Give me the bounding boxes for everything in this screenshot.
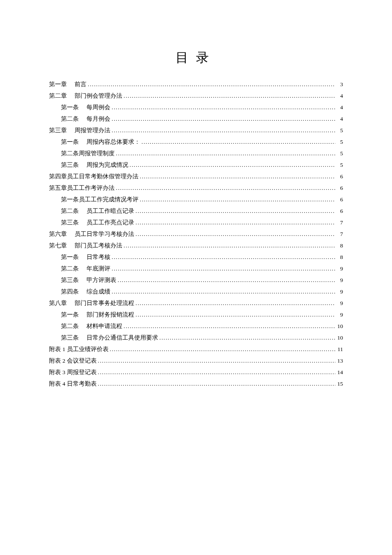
toc-entry: 第一条员工工作完成情况考评6 (49, 194, 343, 205)
toc-page-number: 10 (335, 320, 343, 332)
toc-leader-dots (115, 182, 335, 194)
toc-page-number: 7 (335, 217, 343, 228)
toc-text: 日常考核 (86, 251, 110, 263)
toc-label: 第三条 (61, 159, 79, 171)
toc-text: 每周例会 (86, 102, 110, 113)
toc-label: 第一条 (61, 102, 79, 113)
toc-leader-dots (122, 240, 335, 251)
toc-entry: 第五章员工工作考评办法6 (49, 182, 343, 194)
toc-label: 第一条 (61, 251, 79, 263)
toc-page-number: 4 (335, 90, 343, 102)
toc-label: 第六章 (49, 228, 67, 240)
toc-page-number: 15 (335, 378, 343, 389)
toc-page-number: 6 (335, 182, 343, 194)
toc-page-number: 3 (335, 78, 343, 90)
toc-leader-dots (122, 320, 335, 332)
toc-page-number: 5 (335, 159, 343, 171)
toc-text: 材料申请流程 (86, 320, 122, 332)
toc-text: 年底测评 (86, 263, 110, 274)
toc-label: 第二章 (49, 90, 67, 102)
toc-page-number: 9 (335, 274, 343, 286)
toc-page-number: 8 (335, 240, 343, 251)
toc-entry: 第三条日常办公通信工具使用要求10 (49, 332, 343, 343)
toc-text: 员工工作暗点记录 (86, 205, 134, 217)
toc-entry: 第三章周报管理办法5 (49, 125, 343, 136)
toc-leader-dots (122, 90, 335, 102)
toc-label: 第二条 (61, 263, 79, 274)
toc-entry: 第四章员工日常考勤休假管理办法6 (49, 171, 343, 182)
toc-entry: 第一条部门财务报销流程9 (49, 309, 343, 320)
toc-page-number: 5 (335, 125, 343, 136)
toc-leader-dots (110, 251, 335, 263)
toc-text: 甲方评测表 (86, 274, 116, 286)
toc-leader-dots (138, 171, 335, 182)
toc-leader-dots (134, 297, 335, 309)
toc-label: 第二条 (61, 113, 79, 125)
toc-leader-dots (110, 102, 335, 113)
toc-entry: 第三条甲方评测表9 (49, 274, 343, 286)
toc-page-number: 9 (335, 263, 343, 274)
toc-text: 附表 2 会议登记表 (49, 355, 97, 366)
toc-entry: 附表 4 日常考勤表15 (49, 378, 343, 389)
table-of-contents: 第一章前言3第二章部门例会管理办法4第一条每周例会4第二条每月例会4第三章周报管… (49, 78, 343, 389)
toc-entry: 第六章员工日常学习考核办法7 (49, 228, 343, 240)
toc-entry: 第一条日常考核8 (49, 251, 343, 263)
toc-label: 第四条 (61, 286, 79, 297)
toc-entry: 第二条员工工作暗点记录6 (49, 205, 343, 217)
toc-page-number: 13 (335, 355, 343, 366)
toc-title: 目录 (49, 49, 343, 67)
toc-label: 第三章 (49, 125, 67, 136)
toc-label: 第二条 (61, 205, 79, 217)
toc-text: 周报为完成情况 (86, 159, 128, 171)
toc-entry: 附表 1 员工业绩评价表11 (49, 343, 343, 355)
toc-text: 周报管理办法 (75, 125, 110, 136)
toc-leader-dots (134, 217, 335, 228)
toc-label: 第三条 (61, 332, 79, 343)
toc-text: 部门财务报销流程 (86, 309, 134, 320)
toc-leader-dots (116, 274, 335, 286)
toc-entry: 第一条每周例会4 (49, 102, 343, 113)
toc-leader-dots (97, 366, 336, 378)
toc-text: 每月例会 (86, 113, 110, 125)
toc-page-number: 9 (335, 297, 343, 309)
toc-label: 第七章 (49, 240, 67, 251)
toc-page-number: 6 (335, 194, 343, 205)
toc-leader-dots (86, 78, 335, 90)
toc-label: 第一条 (61, 136, 79, 148)
toc-leader-dots (110, 113, 335, 125)
toc-leader-dots (158, 332, 335, 343)
toc-entry: 第四条综合成绩9 (49, 286, 343, 297)
toc-page-number: 11 (335, 343, 343, 355)
toc-text: 第五章员工工作考评办法 (49, 182, 115, 194)
toc-page-number: 4 (335, 113, 343, 125)
document-page: 目录 第一章前言3第二章部门例会管理办法4第一条每周例会4第二条每月例会4第三章… (0, 0, 392, 389)
toc-text: 第二条周报管理制度 (61, 148, 115, 159)
toc-entry: 第七章部门员工考核办法8 (49, 240, 343, 251)
toc-page-number: 5 (335, 136, 343, 148)
toc-entry: 第二条材料申请流程10 (49, 320, 343, 332)
toc-text: 前言 (75, 78, 86, 90)
toc-entry: 第三条员工工作亮点记录7 (49, 217, 343, 228)
toc-entry: 第二条每月例会4 (49, 113, 343, 125)
toc-entry: 第二章部门例会管理办法4 (49, 90, 343, 102)
toc-text: 周报内容总体要求： (86, 136, 140, 148)
toc-leader-dots (110, 263, 335, 274)
toc-label: 第八章 (49, 297, 67, 309)
toc-leader-dots (110, 286, 335, 297)
toc-text: 员工日常学习考核办法 (75, 228, 134, 240)
toc-entry: 第三条周报为完成情况5 (49, 159, 343, 171)
toc-label: 第三条 (61, 217, 79, 228)
toc-entry: 附表 3 周报登记表14 (49, 366, 343, 378)
toc-text: 附表 4 日常考勤表 (49, 378, 97, 389)
toc-entry: 附表 2 会议登记表13 (49, 355, 343, 366)
toc-text: 部门例会管理办法 (75, 90, 122, 102)
toc-page-number: 5 (335, 148, 343, 159)
toc-entry: 第一条周报内容总体要求：5 (49, 136, 343, 148)
toc-label: 第三条 (61, 274, 79, 286)
toc-page-number: 6 (335, 171, 343, 182)
toc-page-number: 8 (335, 251, 343, 263)
toc-page-number: 4 (335, 102, 343, 113)
toc-text: 日常办公通信工具使用要求 (86, 332, 158, 343)
toc-leader-dots (134, 205, 335, 217)
toc-text: 综合成绩 (86, 286, 110, 297)
